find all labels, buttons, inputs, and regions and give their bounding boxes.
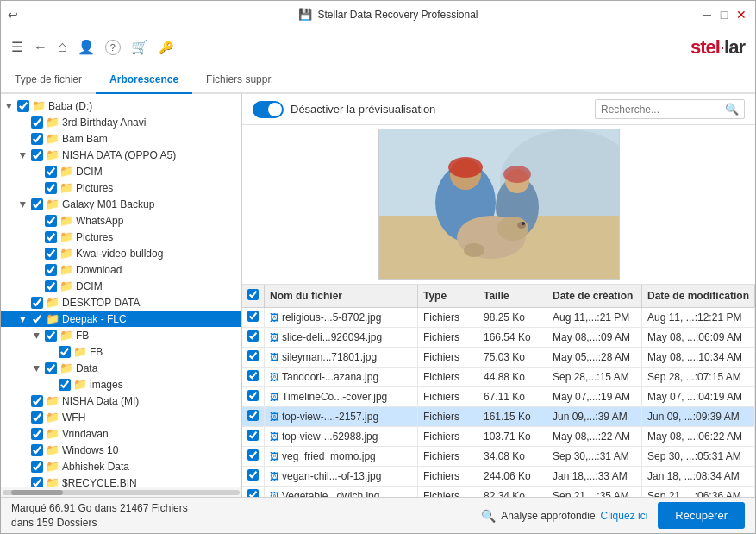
tree-checkbox[interactable] — [59, 346, 71, 358]
row-checkbox[interactable] — [247, 449, 259, 461]
tree-checkbox[interactable] — [31, 461, 43, 473]
tree-item[interactable]: 📁FB — [1, 343, 241, 360]
tree-checkbox[interactable] — [45, 330, 57, 342]
tree-item[interactable]: 📁images — [1, 376, 241, 393]
table-row[interactable]: 🖼slice-deli...926094.jpg Fichiers 166.54… — [242, 328, 755, 348]
row-checkbox-cell[interactable] — [242, 467, 265, 487]
tree-checkbox[interactable] — [31, 313, 43, 325]
tree-item[interactable]: 📁DCIM — [1, 163, 241, 179]
tree-item[interactable]: 📁WhatsApp — [1, 212, 241, 229]
row-checkbox[interactable] — [247, 489, 259, 497]
tree-item[interactable]: ▶📁Deepak - FLC — [1, 311, 241, 327]
tree-checkbox[interactable] — [31, 297, 43, 309]
tree-checkbox[interactable] — [45, 264, 57, 276]
row-checkbox[interactable] — [247, 311, 259, 322]
row-checkbox[interactable] — [247, 350, 259, 361]
tree-checkbox[interactable] — [45, 248, 57, 260]
tab-filetype[interactable]: Type de fichier — [1, 66, 96, 94]
row-checkbox-cell[interactable] — [242, 407, 265, 427]
tree-item[interactable]: 📁Bam Bam — [1, 130, 241, 147]
tree-arrow[interactable]: ▶ — [19, 150, 28, 160]
table-row[interactable]: 🖼veg_fried_momo.jpg Fichiers 34.08 Ko Se… — [242, 447, 755, 467]
tree-checkbox[interactable] — [31, 133, 43, 145]
file-table-container[interactable]: Nom du fichier Type Taille Date de créat… — [242, 285, 755, 497]
user-icon[interactable]: 👤 — [78, 39, 95, 55]
search-input[interactable] — [601, 104, 722, 116]
col-header-size[interactable]: Taille — [478, 285, 547, 308]
menu-icon[interactable]: ☰ — [11, 39, 23, 55]
tab-tree[interactable]: Arborescence — [96, 66, 192, 94]
tree-item[interactable]: ▶📁FB — [1, 327, 241, 343]
tree-arrow[interactable]: ▶ — [33, 363, 41, 374]
cart-icon[interactable]: 🛒 — [131, 39, 148, 55]
tree-item[interactable]: 📁$RECYCLE.BIN — [1, 474, 241, 487]
col-header-name[interactable]: Nom du fichier — [265, 285, 418, 308]
tree-checkbox[interactable] — [45, 231, 57, 243]
table-row[interactable]: 🖼TimelineCo...-cover.jpg Fichiers 67.11 … — [242, 387, 755, 407]
tree-checkbox[interactable] — [45, 280, 57, 292]
tree-item[interactable]: 📁DCIM — [1, 278, 241, 294]
tree-item[interactable]: 📁Pictures — [1, 229, 241, 245]
tree-item[interactable]: 📁WFH — [1, 409, 241, 425]
tree-arrow[interactable]: ▶ — [33, 330, 41, 341]
tree-arrow[interactable]: ▶ — [19, 314, 28, 324]
tree-arrow[interactable]: ▶ — [5, 101, 14, 111]
tree-checkbox[interactable] — [31, 198, 43, 210]
tree-checkbox[interactable] — [59, 379, 71, 391]
home-icon[interactable]: ⌂ — [58, 38, 67, 56]
tree-checkbox[interactable] — [31, 395, 43, 407]
row-checkbox[interactable] — [247, 469, 259, 481]
tab-deleted[interactable]: Fichiers suppr. — [192, 66, 287, 94]
tree-checkbox[interactable] — [45, 182, 57, 194]
table-row[interactable]: 🖼top-view-...62988.jpg Fichiers 103.71 K… — [242, 427, 755, 447]
tree-item[interactable]: 📁3rd Birthday Anavi — [1, 114, 241, 130]
key-icon[interactable]: 🔑 — [159, 41, 173, 54]
tree-checkbox[interactable] — [31, 149, 43, 161]
row-checkbox-cell[interactable] — [242, 368, 265, 387]
analyse-link[interactable]: Cliquez ici — [601, 510, 648, 522]
row-checkbox-cell[interactable] — [242, 387, 265, 407]
back-icon[interactable]: ← — [34, 40, 47, 55]
tree-item[interactable]: 📁Abhishek Data — [1, 458, 241, 474]
row-checkbox-cell[interactable] — [242, 328, 265, 348]
recover-button[interactable]: Récupérer — [658, 502, 745, 529]
table-row[interactable]: 🖼Vegetable...dwich.jpg Fichiers 82.34 Ko… — [242, 487, 755, 498]
row-checkbox[interactable] — [247, 430, 259, 441]
tree-checkbox[interactable] — [45, 166, 57, 178]
scroll-thumb[interactable] — [11, 490, 63, 495]
row-checkbox-cell[interactable] — [242, 427, 265, 447]
tree-item[interactable]: 📁Pictures — [1, 179, 241, 196]
tree-item[interactable]: ▶📁Baba (D:) — [1, 97, 241, 114]
row-checkbox-cell[interactable] — [242, 447, 265, 467]
tree-arrow[interactable]: ▶ — [19, 199, 28, 210]
table-row[interactable]: 🖼Tandoori-...azana.jpg Fichiers 44.88 Ko… — [242, 368, 755, 387]
row-checkbox[interactable] — [247, 330, 259, 342]
table-row[interactable]: 🖼vegan-chil...-of-13.jpg Fichiers 244.06… — [242, 467, 755, 487]
col-header-type[interactable]: Type — [417, 285, 478, 308]
row-checkbox-cell[interactable] — [242, 348, 265, 368]
tree-checkbox[interactable] — [17, 100, 29, 112]
tree-container[interactable]: ▶📁Baba (D:)📁3rd Birthday Anavi📁Bam Bam▶📁… — [1, 94, 241, 487]
row-checkbox[interactable] — [247, 410, 259, 421]
header-checkbox[interactable] — [247, 289, 259, 300]
tree-item[interactable]: 📁Vrindavan — [1, 425, 241, 442]
tree-checkbox[interactable] — [45, 215, 57, 227]
tree-checkbox[interactable] — [31, 116, 43, 129]
maximize-button[interactable]: □ — [717, 8, 731, 22]
tree-checkbox[interactable] — [45, 362, 57, 374]
tree-item[interactable]: ▶📁NISHA DATA (OPPO A5) — [1, 147, 241, 163]
row-checkbox-cell[interactable] — [242, 487, 265, 498]
tree-item[interactable]: 📁Windows 10 — [1, 442, 241, 458]
horizontal-scrollbar[interactable] — [1, 487, 241, 497]
undo-icon[interactable]: ↩ — [8, 8, 18, 22]
row-checkbox[interactable] — [247, 370, 259, 381]
scroll-track[interactable] — [3, 490, 240, 495]
col-header-checkbox[interactable] — [242, 285, 265, 308]
minimize-button[interactable]: ─ — [700, 8, 714, 22]
tree-item[interactable]: ▶📁Data — [1, 360, 241, 376]
tree-checkbox[interactable] — [31, 428, 43, 440]
tree-item[interactable]: ▶📁Galaxy M01 Backup — [1, 196, 241, 212]
search-box[interactable]: 🔍 — [595, 99, 745, 119]
tree-checkbox[interactable] — [31, 477, 43, 487]
col-header-modified[interactable]: Date de modification — [641, 285, 754, 308]
